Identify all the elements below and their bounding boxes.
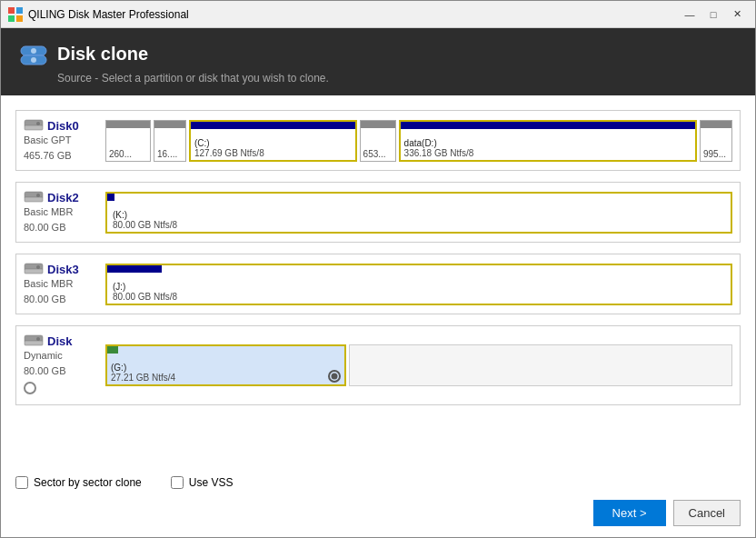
disk3-info: Disk3 Basic MBR 80.00 GB — [24, 262, 105, 306]
close-button[interactable]: ✕ — [726, 5, 748, 24]
disk0-partitions: 260... 16.... (C:) 127.69 GB Ntfs/8 — [105, 120, 732, 162]
footer: Sector by sector clone Use VSS Next > Ca… — [1, 465, 755, 537]
disk3-row: Disk3 Basic MBR 80.00 GB (J:) 80.00 GB N… — [24, 262, 732, 306]
page-title: Disk clone — [57, 44, 148, 65]
svg-rect-1 — [16, 7, 23, 14]
disk2-details: Basic MBR 80.00 GB — [24, 204, 105, 234]
disk-dynamic-info: Disk Dynamic 80.00 GB — [24, 334, 105, 397]
cancel-button[interactable]: Cancel — [673, 500, 741, 526]
disk0-info: Disk0 Basic GPT 465.76 GB — [24, 118, 105, 163]
disk2-part-k[interactable]: (K:) 80.00 GB Ntfs/8 — [105, 192, 732, 234]
svg-point-19 — [36, 337, 40, 341]
use-vss-checkbox[interactable]: Use VSS — [171, 476, 234, 489]
disk0-icon — [24, 118, 44, 133]
disk0-part1[interactable]: 260... — [105, 120, 151, 162]
options-checkboxes: Sector by sector clone Use VSS — [15, 476, 741, 489]
disk0-section: Disk0 Basic GPT 465.76 GB 260... — [15, 110, 741, 171]
disk0-row: Disk0 Basic GPT 465.76 GB 260... — [24, 118, 732, 163]
disk3-name: Disk3 — [24, 262, 105, 276]
page-title-row: Disk clone — [19, 39, 737, 68]
main-window: QILING Disk Master Professional — □ ✕ Di… — [0, 0, 756, 538]
app-icon — [8, 7, 23, 22]
disk2-row: Disk2 Basic MBR 80.00 GB (K:) 80.00 GB N… — [24, 190, 732, 234]
disk-dynamic-radio-selected[interactable] — [328, 370, 341, 383]
page-subtitle: Source - Select a partition or disk that… — [57, 72, 737, 85]
disk0-part6[interactable]: 995... — [700, 120, 732, 162]
disk-list: Disk0 Basic GPT 465.76 GB 260... — [1, 95, 755, 465]
svg-point-7 — [31, 57, 36, 63]
disk0-part-d[interactable]: data(D:) 336.18 GB Ntfs/8 — [399, 120, 697, 162]
disk-dynamic-icon — [24, 334, 44, 348]
minimize-button[interactable]: — — [679, 5, 701, 24]
disk3-part-j[interactable]: (J:) 80.00 GB Ntfs/8 — [105, 264, 732, 305]
disk2-icon — [24, 190, 44, 204]
disk-dynamic-row: Disk Dynamic 80.00 GB — [24, 334, 732, 397]
svg-rect-0 — [8, 7, 15, 14]
svg-rect-18 — [25, 341, 43, 345]
disk2-section: Disk2 Basic MBR 80.00 GB (K:) 80.00 GB N… — [15, 182, 741, 243]
disk0-details: Basic GPT 465.76 GB — [24, 133, 105, 163]
disk0-name: Disk0 — [24, 118, 105, 133]
disk0-part2[interactable]: 16.... — [154, 120, 186, 162]
disk-dynamic-section: Disk Dynamic 80.00 GB — [15, 325, 741, 405]
disk0-part4[interactable]: 653... — [360, 120, 396, 162]
next-button[interactable]: Next > — [593, 500, 666, 526]
disk-dynamic-name: Disk — [24, 334, 105, 348]
disk-dynamic-details: Dynamic 80.00 GB — [24, 348, 105, 378]
svg-rect-12 — [25, 197, 43, 202]
svg-point-16 — [36, 265, 40, 269]
disk-dynamic-part-g[interactable]: (G:) 27.21 GB Ntfs/4 — [105, 344, 346, 386]
disk0-part-c[interactable]: (C:) 127.69 GB Ntfs/8 — [189, 120, 357, 162]
sector-clone-checkbox[interactable]: Sector by sector clone — [15, 476, 142, 489]
svg-point-5 — [31, 48, 36, 54]
svg-rect-2 — [8, 15, 15, 22]
sector-clone-input[interactable] — [15, 476, 28, 489]
maximize-button[interactable]: □ — [702, 5, 724, 24]
disk3-section: Disk3 Basic MBR 80.00 GB (J:) 80.00 GB N… — [15, 254, 741, 314]
window-title: QILING Disk Master Professional — [28, 8, 679, 21]
page-header: Disk clone Source - Select a partition o… — [1, 28, 755, 95]
use-vss-input[interactable] — [171, 476, 184, 489]
svg-rect-9 — [25, 125, 43, 130]
disk2-name: Disk2 — [24, 190, 105, 204]
action-buttons: Next > Cancel — [15, 500, 741, 526]
disk3-icon — [24, 262, 44, 276]
svg-point-10 — [36, 122, 40, 125]
svg-rect-3 — [16, 15, 23, 22]
disk-dynamic-free-space — [349, 344, 732, 386]
window-controls: — □ ✕ — [679, 5, 748, 24]
disk3-details: Basic MBR 80.00 GB — [24, 276, 105, 306]
title-bar: QILING Disk Master Professional — □ ✕ — [1, 1, 755, 28]
disk-clone-icon — [19, 39, 48, 68]
svg-rect-15 — [25, 269, 43, 274]
disk-dynamic-partitions: (G:) 27.21 GB Ntfs/4 — [105, 344, 732, 386]
disk-dynamic-radio-empty[interactable] — [24, 382, 105, 397]
svg-point-13 — [36, 194, 40, 197]
disk2-info: Disk2 Basic MBR 80.00 GB — [24, 190, 105, 234]
